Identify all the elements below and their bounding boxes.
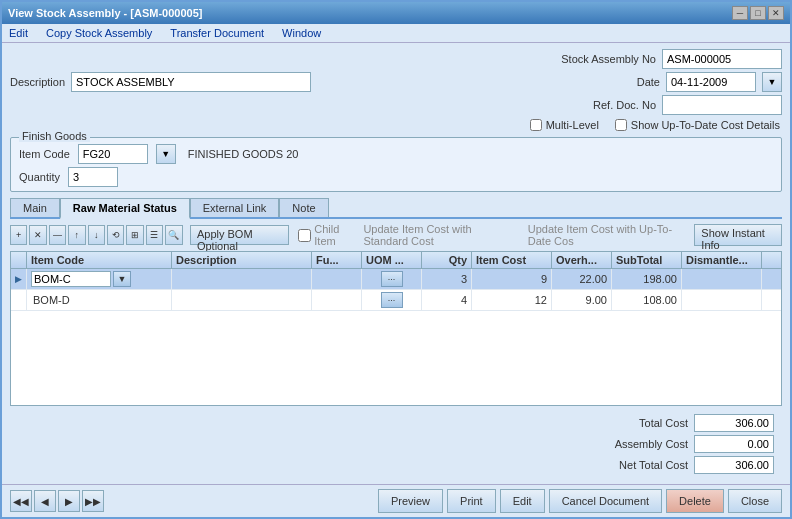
tab-note[interactable]: Note — [279, 198, 328, 217]
menu-transfer[interactable]: Transfer Document — [167, 26, 267, 40]
net-total-cost-row: Net Total Cost — [568, 456, 774, 474]
nav-next-button[interactable]: ▶ — [58, 490, 80, 512]
nav-last-button[interactable]: ▶▶ — [82, 490, 104, 512]
print-button[interactable]: Print — [447, 489, 496, 513]
multi-level-row: Multi-Level — [530, 119, 599, 131]
multi-level-label: Multi-Level — [546, 119, 599, 131]
row1-lookup-button[interactable]: ▼ — [113, 271, 131, 287]
grid: Item Code Description Fu... UOM ... Qty … — [10, 251, 782, 406]
row1-uom[interactable]: ··· — [362, 269, 422, 289]
finish-goods-group: Finish Goods Item Code ▼ FINISHED GOODS … — [10, 137, 782, 192]
finish-goods-title: Finish Goods — [19, 130, 90, 142]
row1-item-code[interactable]: ▼ — [27, 269, 172, 289]
child-item-checkbox-row: Child Item — [298, 223, 354, 247]
grid-button[interactable]: ⊞ — [126, 225, 143, 245]
menu-window[interactable]: Window — [279, 26, 324, 40]
show-uptodate-checkbox[interactable] — [615, 119, 627, 131]
top-section: Description Stock Assembly No Date ▼ Ref… — [10, 49, 782, 115]
minimize-button[interactable]: ─ — [732, 6, 748, 20]
show-instant-info-button[interactable]: Show Instant Info — [694, 224, 782, 246]
table-row[interactable]: BOM-D ··· 4 12 9.00 108.00 — [11, 290, 781, 311]
item-code-lookup-button[interactable]: ▼ — [156, 144, 176, 164]
update-standard-label: Update Item Cost with Standard Cost — [363, 223, 518, 247]
window-title: View Stock Assembly - [ASM-000005] — [8, 7, 202, 19]
cancel-document-button[interactable]: Cancel Document — [549, 489, 662, 513]
apply-bom-button[interactable]: Apply BOM Optional — [190, 225, 289, 245]
child-item-checkbox[interactable] — [298, 229, 311, 242]
item-description: FINISHED GOODS 20 — [184, 148, 299, 160]
row2-qty: 4 — [422, 290, 472, 310]
row2-overhead: 9.00 — [552, 290, 612, 310]
action-buttons: Preview Print Edit Cancel Document Delet… — [378, 489, 782, 513]
refresh-button[interactable]: ⟲ — [107, 225, 124, 245]
row2-item-cost: 12 — [472, 290, 552, 310]
search-button[interactable]: 🔍 — [165, 225, 182, 245]
nav-prev-button[interactable]: ◀ — [34, 490, 56, 512]
quantity-input[interactable] — [68, 167, 118, 187]
add-tool-button[interactable]: + — [10, 225, 27, 245]
title-bar: View Stock Assembly - [ASM-000005] ─ □ ✕ — [2, 2, 790, 24]
total-cost-value — [694, 414, 774, 432]
table-row[interactable]: ▶ ▼ ··· 3 9 22.00 198.00 — [11, 269, 781, 290]
stock-assembly-row: Stock Assembly No — [561, 49, 782, 69]
date-row: Date ▼ — [637, 72, 782, 92]
menu-copy-stock[interactable]: Copy Stock Assembly — [43, 26, 155, 40]
stock-no-label: Stock Assembly No — [561, 53, 656, 65]
main-window: View Stock Assembly - [ASM-000005] ─ □ ✕… — [0, 0, 792, 519]
close-button[interactable]: ✕ — [768, 6, 784, 20]
row1-overhead: 22.00 — [552, 269, 612, 289]
delete-tool-button[interactable]: — — [49, 225, 66, 245]
row2-description — [172, 290, 312, 310]
tab-bar: Main Raw Material Status External Link N… — [10, 198, 782, 219]
total-cost-label: Total Cost — [568, 417, 688, 429]
net-total-cost-label: Net Total Cost — [568, 459, 688, 471]
description-input[interactable] — [71, 72, 311, 92]
row1-item-code-input[interactable] — [31, 271, 111, 287]
finish-goods-fields: Item Code ▼ FINISHED GOODS 20 — [19, 144, 773, 164]
tab-external-link[interactable]: External Link — [190, 198, 280, 217]
col-header-overhead: Overh... — [552, 252, 612, 268]
nav-first-button[interactable]: ◀◀ — [10, 490, 32, 512]
close-document-button[interactable]: Close — [728, 489, 782, 513]
row1-subtotal: 198.00 — [612, 269, 682, 289]
row2-item-code: BOM-D — [27, 290, 172, 310]
move-up-button[interactable]: ↑ — [68, 225, 85, 245]
date-input[interactable] — [666, 72, 756, 92]
toolbar: + ✕ — ↑ ↓ ⟲ ⊞ ☰ 🔍 Apply BOM Optional Chi… — [10, 223, 690, 247]
toolbar-section: + ✕ — ↑ ↓ ⟲ ⊞ ☰ 🔍 Apply BOM Optional Chi… — [10, 223, 782, 247]
stock-assembly-no-input[interactable] — [662, 49, 782, 69]
edit-button[interactable]: Edit — [500, 489, 545, 513]
multi-level-checkbox[interactable] — [530, 119, 542, 131]
assembly-cost-label: Assembly Cost — [568, 438, 688, 450]
row1-uom-button[interactable]: ··· — [381, 271, 403, 287]
row2-uom[interactable]: ··· — [362, 290, 422, 310]
row1-dismantle — [682, 269, 762, 289]
description-section: Description — [10, 72, 311, 92]
maximize-button[interactable]: □ — [750, 6, 766, 20]
col-header-item-cost: Item Cost — [472, 252, 552, 268]
col-header-uom: UOM ... — [362, 252, 422, 268]
tab-main[interactable]: Main — [10, 198, 60, 217]
date-picker-button[interactable]: ▼ — [762, 72, 782, 92]
row2-subtotal: 108.00 — [612, 290, 682, 310]
col-header-dismantle: Dismantle... — [682, 252, 762, 268]
show-uptodate-label: Show Up-To-Date Cost Details — [631, 119, 780, 131]
row1-fu — [312, 269, 362, 289]
assembly-cost-value — [694, 435, 774, 453]
row2-uom-button[interactable]: ··· — [381, 292, 403, 308]
preview-button[interactable]: Preview — [378, 489, 443, 513]
delete-button[interactable]: Delete — [666, 489, 724, 513]
row2-fu — [312, 290, 362, 310]
tab-raw-material-status[interactable]: Raw Material Status — [60, 198, 190, 219]
assembly-cost-row: Assembly Cost — [568, 435, 774, 453]
col-header-arrow — [11, 252, 27, 268]
item-code-input[interactable] — [78, 144, 148, 164]
ref-doc-input[interactable] — [662, 95, 782, 115]
move-down-button[interactable]: ↓ — [88, 225, 105, 245]
col-header-fu: Fu... — [312, 252, 362, 268]
insert-tool-button[interactable]: ✕ — [29, 225, 46, 245]
menu-bar: Edit Copy Stock Assembly Transfer Docume… — [2, 24, 790, 43]
list-button[interactable]: ☰ — [146, 225, 163, 245]
quantity-label: Quantity — [19, 171, 60, 183]
menu-edit[interactable]: Edit — [6, 26, 31, 40]
